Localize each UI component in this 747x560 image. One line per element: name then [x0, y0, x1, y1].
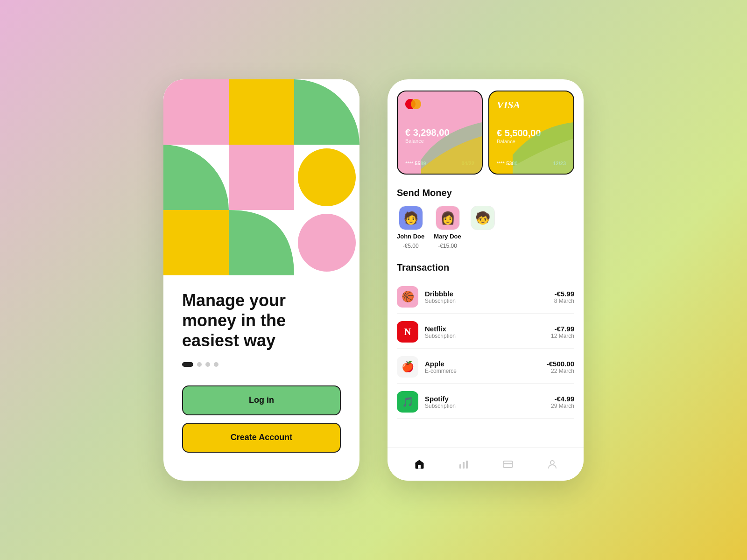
mary-avatar: 👩	[436, 206, 460, 230]
apple-right: -€500.00 22 March	[547, 360, 574, 374]
svg-rect-11	[418, 465, 421, 469]
send-money-section: Send Money 🧑 John Doe -€5.00 👩 Mary Doe …	[397, 188, 574, 249]
page-dots-indicator	[182, 362, 341, 367]
svg-rect-12	[459, 464, 461, 469]
card-wave-visa	[513, 122, 573, 174]
apple-name: Apple	[425, 360, 540, 368]
contact-add[interactable]: 🧒	[471, 206, 495, 230]
transaction-apple[interactable]: 🍎 Apple E-commerce -€500.00 22 March	[397, 350, 574, 384]
nav-home[interactable]	[408, 453, 430, 476]
svg-rect-0	[163, 79, 229, 145]
mary-amount: -€15.00	[438, 243, 457, 249]
mastercard-card[interactable]: € 3,298,00 Balance **** 5589 04/22	[397, 91, 483, 175]
contact-john[interactable]: 🧑 John Doe -€5.00	[397, 206, 424, 249]
dribbble-name: Dribbble	[425, 290, 548, 298]
onboarding-headline: Manage your money in the easiest way	[182, 290, 341, 351]
dashboard-content: € 3,298,00 Balance **** 5589 04/22 VISA …	[388, 79, 584, 447]
apple-info: Apple E-commerce	[425, 360, 540, 374]
dribbble-right: -€5.99 8 March	[554, 290, 574, 304]
dot-3	[205, 362, 210, 367]
login-button[interactable]: Log in	[182, 385, 341, 415]
svg-rect-1	[229, 79, 294, 145]
bottom-nav	[388, 447, 584, 481]
contact-mary[interactable]: 👩 Mary Doe -€15.00	[434, 206, 461, 249]
netflix-date: 12 March	[551, 333, 574, 339]
spotify-amount: -€4.99	[551, 395, 574, 403]
john-amount: -€5.00	[403, 243, 419, 249]
dribbble-info: Dribbble Subscription	[425, 290, 548, 304]
send-money-title: Send Money	[397, 188, 574, 198]
dot-1	[182, 362, 193, 367]
svg-rect-4	[229, 145, 294, 210]
illustration-area	[163, 79, 359, 275]
nav-profile[interactable]	[541, 453, 564, 476]
netflix-category: Subscription	[425, 333, 544, 339]
add-contact-button[interactable]: 🧒	[471, 206, 495, 230]
transaction-spotify[interactable]: 🎵 Spotify Subscription -€4.99 29 March	[397, 385, 574, 419]
john-name: John Doe	[397, 233, 424, 240]
transaction-section: Transaction 🏀 Dribbble Subscription -€5.…	[397, 262, 574, 419]
john-avatar: 🧑	[399, 206, 423, 230]
home-icon	[414, 459, 425, 470]
transaction-netflix[interactable]: N Netflix Subscription -€7.99 12 March	[397, 315, 574, 349]
dribbble-category: Subscription	[425, 298, 548, 304]
cards-icon	[502, 459, 514, 470]
netflix-right: -€7.99 12 March	[551, 325, 574, 339]
onboarding-screen: Manage your money in the easiest way Log…	[163, 79, 359, 481]
spotify-right: -€4.99 29 March	[551, 395, 574, 409]
contacts-row: 🧑 John Doe -€5.00 👩 Mary Doe -€15.00 🧒	[397, 206, 574, 249]
card-wave-mc	[421, 122, 482, 174]
spotify-category: Subscription	[425, 403, 544, 409]
dribbble-date: 8 March	[554, 298, 574, 304]
netflix-name: Netflix	[425, 325, 544, 333]
spotify-icon: 🎵	[397, 391, 418, 413]
transaction-list: 🏀 Dribbble Subscription -€5.99 8 March N…	[397, 280, 574, 419]
dot-4	[214, 362, 218, 367]
cards-row: € 3,298,00 Balance **** 5589 04/22 VISA …	[397, 91, 574, 175]
add-contact-avatar: 🧒	[475, 211, 490, 225]
mastercard-logo	[405, 99, 474, 110]
netflix-amount: -€7.99	[551, 325, 574, 333]
netflix-icon: N	[397, 321, 418, 343]
profile-icon	[547, 459, 558, 470]
apple-date: 22 March	[547, 368, 574, 374]
svg-rect-13	[463, 462, 465, 469]
nav-stats[interactable]	[452, 453, 475, 476]
stats-icon	[458, 459, 469, 470]
dot-2	[197, 362, 202, 367]
svg-rect-16	[503, 463, 513, 464]
svg-rect-7	[163, 210, 229, 275]
spotify-name: Spotify	[425, 395, 544, 403]
create-account-button[interactable]: Create Account	[182, 423, 341, 453]
nav-cards[interactable]	[497, 453, 519, 476]
transaction-title: Transaction	[397, 262, 574, 273]
apple-icon: 🍎	[397, 356, 418, 378]
dribbble-icon: 🏀	[397, 286, 418, 308]
apple-amount: -€500.00	[547, 360, 574, 368]
svg-rect-14	[466, 461, 468, 469]
mosaic-illustration	[163, 79, 359, 275]
spotify-info: Spotify Subscription	[425, 395, 544, 409]
svg-point-17	[550, 461, 554, 464]
visa-logo: VISA	[497, 99, 566, 111]
spotify-date: 29 March	[551, 403, 574, 409]
transaction-dribbble[interactable]: 🏀 Dribbble Subscription -€5.99 8 March	[397, 280, 574, 314]
mary-name: Mary Doe	[434, 233, 461, 240]
svg-point-10	[298, 214, 356, 272]
apple-category: E-commerce	[425, 368, 540, 374]
dashboard-screen: € 3,298,00 Balance **** 5589 04/22 VISA …	[388, 79, 584, 481]
svg-point-6	[298, 148, 356, 206]
visa-card[interactable]: VISA € 5,500,00 Balance **** 5380 12/23	[488, 91, 574, 175]
netflix-info: Netflix Subscription	[425, 325, 544, 339]
onboarding-content: Manage your money in the easiest way Log…	[163, 275, 359, 481]
dribbble-amount: -€5.99	[554, 290, 574, 298]
